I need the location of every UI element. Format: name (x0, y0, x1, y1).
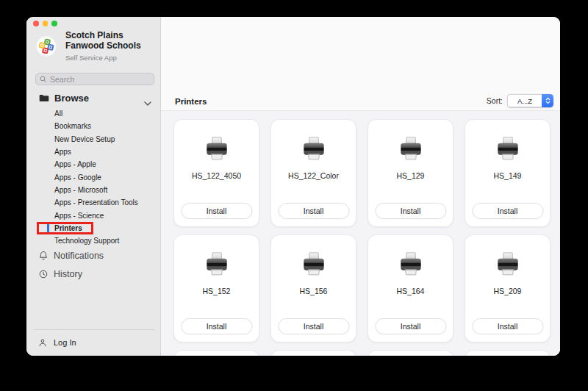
minimize-button-icon[interactable] (43, 21, 49, 26)
printer-name: HS_164 (368, 287, 453, 295)
self-service-window: Scotch Plains Fanwood Schools Self Servi… (26, 17, 560, 356)
printer-card-hs-149[interactable]: HS_149Install (465, 119, 551, 227)
sidebar-item-label: Bookmarks (54, 122, 91, 130)
printer-card-partial[interactable] (173, 350, 259, 356)
close-button-icon[interactable] (33, 21, 39, 26)
sidebar-item-printers[interactable]: Printers (26, 222, 160, 234)
sidebar-section-browse[interactable]: Browse (26, 91, 160, 104)
install-button[interactable]: Install (472, 318, 543, 334)
printer-grid: HS_122_4050Install HS_122_ColorInstall (161, 111, 560, 356)
install-button[interactable]: Install (181, 318, 252, 334)
clock-icon (39, 270, 48, 279)
app-logo-icon (36, 36, 57, 57)
install-button[interactable]: Install (375, 318, 446, 334)
printer-card-hs-164[interactable]: HS_164Install (368, 234, 453, 342)
sidebar-item-apps-google[interactable]: Apps - Google (26, 171, 160, 183)
sidebar-item-label: Technology Support (54, 237, 119, 245)
printer-card-hs-129[interactable]: HS_129Install (368, 119, 453, 227)
app-subtitle: Self Service App (65, 54, 117, 62)
search-input[interactable] (50, 75, 150, 84)
printer-card-partial[interactable] (465, 350, 551, 356)
main-area: Printers Sort: A...Z (161, 17, 560, 356)
sidebar-item-apps[interactable]: Apps (26, 146, 160, 158)
sidebar: Scotch Plains Fanwood Schools Self Servi… (26, 17, 161, 356)
printer-name: HS_149 (465, 171, 550, 180)
notifications-label: Notifications (54, 251, 104, 261)
printer-name: HS_129 (368, 171, 453, 180)
printer-card-hs-209[interactable]: HS_209Install (465, 234, 551, 342)
folder-icon (39, 94, 49, 102)
sidebar-item-label: Apps - Google (54, 173, 101, 182)
printer-icon (465, 252, 550, 278)
printer-icon (271, 252, 356, 278)
printer-icon (368, 252, 453, 278)
browse-list: AllBookmarksNew Device SetupAppsApps - A… (26, 107, 160, 247)
sidebar-divider (34, 329, 154, 330)
printer-icon (368, 137, 453, 162)
sidebar-item-apps-apple[interactable]: Apps - Apple (26, 158, 160, 171)
sidebar-item-apps-science[interactable]: Apps - Science (26, 209, 160, 221)
sidebar-item-all[interactable]: All (26, 107, 160, 120)
printer-icon (174, 252, 259, 278)
sidebar-item-label: Apps - Science (54, 212, 104, 220)
search-icon (40, 76, 47, 83)
printer-card-hs-122-4050[interactable]: HS_122_4050Install (173, 119, 259, 227)
zoom-button-icon[interactable] (51, 21, 57, 26)
install-button[interactable]: Install (278, 203, 349, 219)
printer-icon (174, 137, 259, 162)
login-label: Log In (54, 338, 76, 347)
sidebar-item-apps-microsoft[interactable]: Apps - Microsoft (26, 184, 160, 196)
printer-name: HS_122_Color (271, 171, 356, 180)
history-label: History (54, 269, 82, 279)
search-field[interactable] (35, 73, 154, 85)
printer-card-partial[interactable] (368, 350, 453, 356)
sidebar-item-history[interactable]: History (26, 268, 160, 281)
printer-card-partial[interactable] (270, 350, 356, 356)
sidebar-item-label: Printers (54, 224, 82, 232)
printer-card-hs-156[interactable]: HS_156Install (270, 234, 356, 342)
sidebar-item-label: Apps - Microsoft (54, 186, 107, 194)
sort-label: Sort: (487, 96, 503, 105)
bell-icon (39, 251, 48, 261)
sidebar-item-label: Apps - Apple (54, 160, 96, 168)
org-name-line2: Fanwood Schools (65, 41, 141, 51)
install-button[interactable]: Install (181, 203, 252, 219)
browse-section-label: Browse (54, 93, 89, 104)
printer-name: HS_209 (465, 287, 550, 295)
sort-stepper-icon (542, 94, 553, 107)
sidebar-item-technology-support[interactable]: Technology Support (26, 234, 160, 247)
sidebar-item-label: New Device Setup (54, 135, 115, 143)
content-header: Printers Sort: A...Z (161, 17, 560, 111)
printer-name: HS_156 (271, 287, 356, 295)
login-button[interactable]: Log In (26, 336, 160, 349)
sidebar-item-label: All (54, 110, 62, 118)
sort-control: Sort: A...Z (487, 94, 553, 107)
sidebar-item-label: Apps (54, 148, 71, 156)
sort-popup-button[interactable]: A...Z (507, 94, 553, 107)
sidebar-item-bookmarks[interactable]: Bookmarks (26, 120, 160, 132)
sidebar-item-label: Apps - Presentation Tools (54, 198, 138, 207)
sidebar-item-new-device-setup[interactable]: New Device Setup (26, 133, 160, 146)
selection-indicator (47, 223, 49, 232)
printer-card-hs-122-color[interactable]: HS_122_ColorInstall (270, 119, 356, 227)
sidebar-item-apps-presentation-tools[interactable]: Apps - Presentation Tools (26, 196, 160, 209)
printer-name: HS_122_4050 (174, 171, 259, 180)
window-controls (33, 21, 57, 26)
page-title: Printers (175, 97, 207, 106)
printer-icon (465, 137, 550, 162)
printer-name: HS_152 (174, 287, 259, 295)
printer-card-hs-152[interactable]: HS_152Install (173, 234, 259, 342)
install-button[interactable]: Install (375, 203, 446, 219)
person-icon (39, 339, 46, 347)
install-button[interactable]: Install (472, 203, 543, 219)
sidebar-item-notifications[interactable]: Notifications (26, 249, 160, 262)
sort-selected-value: A...Z (507, 94, 542, 107)
org-name-line1: Scotch Plains (65, 31, 123, 40)
printer-icon (271, 137, 356, 162)
install-button[interactable]: Install (278, 318, 349, 334)
